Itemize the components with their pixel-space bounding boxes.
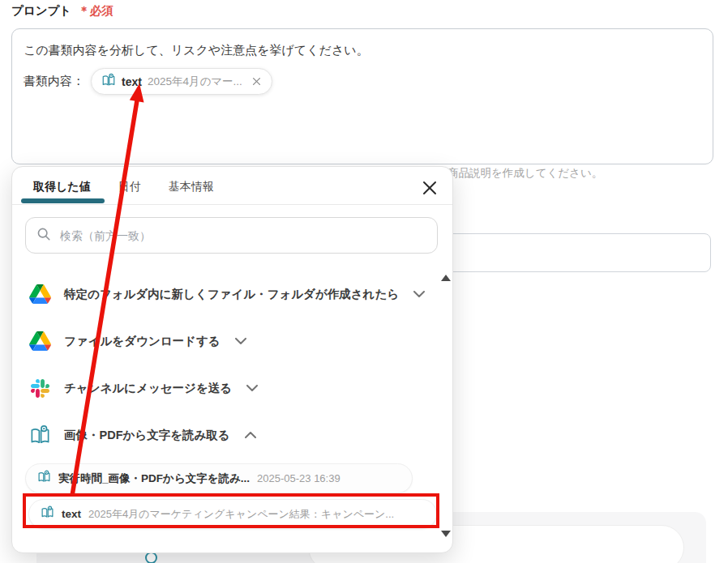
list-item-label: ファイルをダウンロードする bbox=[64, 334, 221, 349]
sub-item-text[interactable]: text 2025年4月のマーケティングキャンペーン結果：キャンペーン... bbox=[28, 499, 437, 529]
sub-item-execution-time[interactable]: 実行時間_画像・PDFから文字を読み... 2025-05-23 16:39 bbox=[25, 463, 413, 493]
sub-item-name: 実行時間_画像・PDFから文字を読み... bbox=[58, 471, 250, 486]
active-tab-underline bbox=[21, 198, 105, 203]
chip-close-icon[interactable] bbox=[251, 76, 262, 87]
tab-retrieved-values[interactable]: 取得した値 bbox=[33, 180, 91, 194]
list-item-label: 特定のフォルダ内に新しくファイル・フォルダが作成されたら bbox=[64, 287, 399, 302]
slack-icon bbox=[28, 379, 51, 398]
tabs-divider bbox=[12, 204, 452, 205]
list-item-slack-message[interactable]: チャンネルにメッセージを送る bbox=[12, 365, 434, 412]
ocr-book-icon bbox=[41, 505, 54, 522]
list-item-ocr-read[interactable]: 画像・PDFから文字を読み取る bbox=[12, 412, 434, 459]
google-drive-icon bbox=[28, 331, 51, 351]
chevron-up-icon[interactable] bbox=[245, 432, 256, 438]
google-drive-icon bbox=[28, 284, 51, 304]
hidden-chip-icon-peek bbox=[145, 552, 157, 563]
ocr-book-icon bbox=[101, 73, 116, 90]
chevron-down-icon[interactable] bbox=[413, 291, 425, 297]
scrollbar-up-arrow[interactable] bbox=[441, 275, 451, 281]
sub-item-value: 2025-05-23 16:39 bbox=[257, 472, 340, 484]
list-item-drive-download[interactable]: ファイルをダウンロードする bbox=[12, 318, 434, 365]
variable-chip-preview: 2025年4月のマー... bbox=[148, 75, 242, 89]
ocr-book-icon bbox=[28, 424, 51, 446]
tab-basic-info[interactable]: 基本情報 bbox=[169, 180, 214, 194]
search-input[interactable] bbox=[58, 228, 426, 243]
sub-item-name: text bbox=[62, 508, 81, 520]
prompt-field-label: プロンプト bbox=[11, 4, 71, 17]
variable-picker-modal: 取得した値 日付 基本情報 bbox=[11, 166, 453, 553]
required-badge: ＊必須 bbox=[78, 4, 113, 17]
prompt-field-label-row: プロンプト＊必須 bbox=[11, 3, 113, 19]
prompt-text-line: この書類内容を分析して、リスクや注意点を挙げてください。 bbox=[24, 43, 369, 58]
search-icon bbox=[36, 227, 51, 245]
chevron-down-icon[interactable] bbox=[235, 338, 246, 344]
screen: プロンプト＊必須 この書類内容を分析して、リスクや注意点を挙げてください。 書類… bbox=[0, 0, 728, 563]
list-item-label: 画像・PDFから文字を読み取る bbox=[64, 428, 230, 443]
variable-chip[interactable]: text 2025年4月のマー... bbox=[91, 68, 272, 95]
modal-close-icon[interactable] bbox=[420, 178, 439, 198]
chevron-down-icon[interactable] bbox=[246, 385, 258, 391]
prompt-inline-row: 書類内容： text 2025年4月のマー... bbox=[24, 68, 272, 95]
modal-tabs: 取得した値 日付 基本情報 bbox=[33, 180, 214, 194]
tab-date[interactable]: 日付 bbox=[118, 180, 141, 194]
helper-text: 商品説明を作成してください。 bbox=[448, 166, 602, 181]
search-box bbox=[25, 217, 438, 254]
variable-chip-name: text bbox=[122, 75, 142, 88]
sub-item-value: 2025年4月のマーケティングキャンペーン結果：キャンペーン... bbox=[88, 507, 394, 522]
list-item-drive-trigger[interactable]: 特定のフォルダ内に新しくファイル・フォルダが作成されたら bbox=[12, 271, 434, 318]
list-item-label: チャンネルにメッセージを送る bbox=[64, 381, 232, 396]
prompt-textarea[interactable]: この書類内容を分析して、リスクや注意点を挙げてください。 書類内容： text … bbox=[11, 28, 713, 164]
prompt-inline-label: 書類内容： bbox=[24, 74, 84, 89]
scrollbar-down-arrow[interactable] bbox=[441, 531, 451, 537]
ocr-book-icon bbox=[37, 470, 51, 487]
